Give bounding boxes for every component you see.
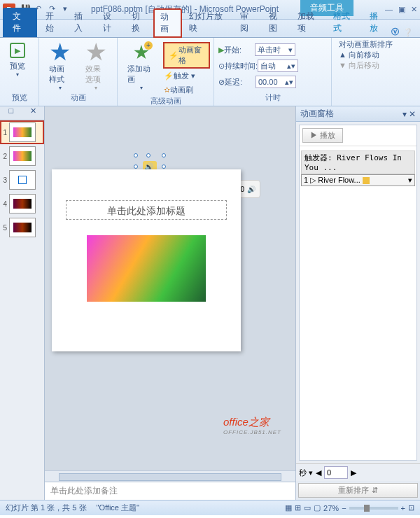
tab-addins[interactable]: 加载项 — [290, 8, 327, 37]
pane-reorder-button[interactable]: 重新排序 ⇵ — [298, 483, 418, 498]
timeline-next-icon[interactable]: ▶ — [351, 468, 356, 477]
h-scrollbar[interactable] — [45, 470, 295, 482]
anim-painter-button[interactable]: ✫ 动画刷 — [164, 84, 209, 96]
zoom-value[interactable]: 27% — [323, 504, 339, 512]
animation-pane: 动画窗格▾ ✕ ▶ 播放 触发器: River Flows In You ...… — [295, 106, 420, 500]
zoom-out-icon[interactable]: − — [342, 504, 346, 512]
anim-styles-button[interactable]: 动画样式▾ — [43, 41, 77, 92]
normal-view-icon[interactable]: ▦ — [285, 503, 292, 512]
fit-icon[interactable]: ⊡ — [408, 503, 414, 512]
group-anim: 动画 — [43, 92, 113, 104]
watermark: office之家OFFICE.JB51.NET — [223, 416, 281, 435]
zoom-slider[interactable] — [349, 507, 398, 510]
tab-view[interactable]: 视图 — [262, 8, 290, 37]
duration-label: 持续时间: — [225, 61, 258, 71]
sorter-view-icon[interactable]: ⊞ — [295, 503, 301, 512]
trigger-button[interactable]: ⚡ 触发 ▾ — [164, 70, 209, 82]
volume-icon[interactable]: 🔊 — [247, 186, 255, 193]
slideshow-view-icon[interactable]: ▢ — [314, 503, 321, 512]
notes-placeholder[interactable]: 单击此处添加备注 — [45, 482, 295, 500]
collapse-ribbon-icon[interactable]: ⓥ — [391, 27, 399, 37]
tab-transition[interactable]: 切换 — [125, 8, 153, 37]
tab-animation[interactable]: 动画 — [153, 8, 182, 38]
tab-insert[interactable]: 插入 — [67, 8, 96, 37]
group-preview: 预览 — [4, 92, 34, 104]
thumb-1[interactable]: 1 — [0, 120, 44, 144]
tab-slideshow[interactable]: 幻灯片放映 — [182, 8, 233, 37]
thumb-2[interactable]: 2 — [0, 144, 44, 168]
thumb-4[interactable]: 4 — [0, 192, 44, 216]
move-backward-button: ▼ 向后移动 — [336, 60, 416, 71]
ribbon: ▶预览▾ 预览 动画样式▾ 效果选项▾ 动画 添加动画▾ ⚡动画窗格 ⚡ 触发 … — [0, 38, 420, 106]
sec-unit[interactable]: 秒 ▾ — [299, 468, 313, 478]
timeline-bar-icon — [363, 177, 370, 184]
close-icon[interactable]: ✕ — [411, 5, 417, 14]
thumb-3[interactable]: 3 — [0, 168, 44, 192]
reading-view-icon[interactable]: ▭ — [304, 503, 311, 512]
tab-start[interactable]: 开始 — [38, 8, 67, 37]
slide-canvas[interactable]: ⏮ ⏭ 00:00.00 🔊 单击此处添加标题 office之家OFFICE.J… — [45, 106, 295, 470]
zoom-in-icon[interactable]: + — [401, 504, 405, 512]
timeline-pos[interactable]: 0 — [324, 466, 348, 479]
preview-button[interactable]: ▶预览▾ — [4, 41, 31, 79]
thumbnail-panel: □✕ 1 2 3 4 5 — [0, 106, 45, 500]
title-placeholder[interactable]: 单击此处添加标题 — [66, 200, 227, 220]
theme-name: "Office 主题" — [97, 503, 139, 513]
maximize-icon[interactable]: ▣ — [398, 5, 405, 14]
delay-label: 延迟: — [225, 77, 255, 88]
tab-file[interactable]: 文件 — [3, 8, 37, 37]
pane-play-button[interactable]: ▶ 播放 — [302, 128, 343, 143]
anim-pane-menu-icon[interactable]: ▾ ✕ — [402, 109, 416, 119]
tab-broadcast[interactable]: 播放 — [363, 8, 391, 37]
animation-pane-button[interactable]: ⚡动画窗格 — [164, 43, 209, 68]
group-timing: 计时 — [218, 92, 327, 104]
duration-spin[interactable]: 自动▴▾ — [258, 59, 298, 72]
delay-spin[interactable]: 00.00▴▾ — [255, 76, 296, 88]
anim-item-1[interactable]: 1 ▷ River Flow...▾ — [301, 174, 415, 186]
timeline-prev-icon[interactable]: ◀ — [316, 468, 321, 477]
ribbon-tabs: 文件 开始 插入 设计 切换 动画 幻灯片放映 审阅 视图 加载项 格式式 播放… — [0, 20, 420, 38]
thumb-close-icon[interactable]: ✕ — [22, 106, 45, 120]
content-image[interactable] — [87, 235, 206, 302]
tab-design[interactable]: 设计 — [96, 8, 125, 37]
outline-tab-icon[interactable]: □ — [0, 106, 22, 120]
status-bar: 幻灯片 第 1 张，共 5 张 "Office 主题" ▦ ⊞ ▭ ▢ 27% … — [0, 500, 420, 515]
slide-counter: 幻灯片 第 1 张，共 5 张 — [6, 503, 87, 513]
effect-options-button: 效果选项▾ — [80, 41, 113, 92]
tab-format[interactable]: 格式式 — [326, 8, 363, 37]
start-label: 开始: — [224, 45, 255, 55]
anim-pane-title: 动画窗格 — [300, 108, 334, 120]
trigger-group[interactable]: 触发器: River Flows In You ... — [301, 150, 415, 174]
add-animation-button[interactable]: 添加动画▾ — [122, 41, 161, 92]
start-combo[interactable]: 单击时▾ — [255, 43, 295, 56]
slide-area: ⏮ ⏭ 00:00.00 🔊 单击此处添加标题 office之家OFFICE.J… — [45, 106, 295, 500]
move-forward-button[interactable]: ▲ 向前移动 — [336, 50, 416, 60]
workspace: □✕ 1 2 3 4 5 ⏮ ⏭ 00:00.00 🔊 单 — [0, 106, 420, 500]
help-icon[interactable]: ❔ — [403, 28, 413, 37]
thumb-5[interactable]: 5 — [0, 216, 44, 239]
tab-review[interactable]: 审阅 — [233, 8, 262, 37]
reorder-title: 对动画重新排序 — [336, 39, 416, 50]
slide-body[interactable]: 单击此处添加标题 — [52, 169, 241, 351]
